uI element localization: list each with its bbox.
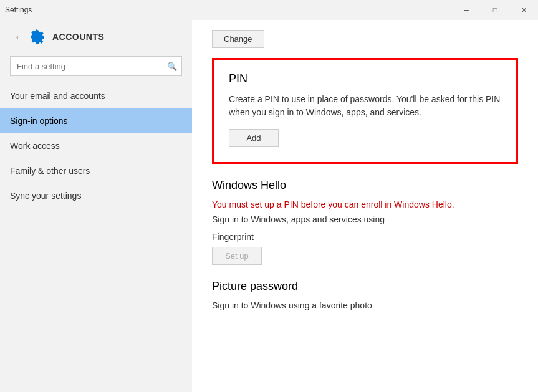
change-button[interactable]: Change [212,30,264,48]
maximize-button[interactable]: □ [481,0,509,20]
sidebar-app-title: ACCOUNTS [52,32,104,42]
search-input[interactable] [10,56,182,76]
sidebar-item-signin[interactable]: Sign-in options [0,108,192,133]
title-bar-controls: ─ □ ✕ [452,0,538,20]
sidebar-item-family[interactable]: Family & other users [0,158,192,183]
setup-button[interactable]: Set up [212,247,262,265]
sidebar-item-work[interactable]: Work access [0,133,192,158]
windows-hello-title: Windows Hello [212,179,518,192]
main-content: Change PIN Create a PIN to use in place … [192,20,538,392]
windows-hello-description: Sign in to Windows, apps and services us… [212,214,518,224]
gear-icon [29,28,46,45]
pin-add-button[interactable]: Add [229,129,279,147]
windows-hello-warning: You must set up a PIN before you can enr… [212,199,518,209]
picture-password-section: Picture password Sign in to Windows usin… [212,280,518,310]
fingerprint-label: Fingerprint [212,232,518,242]
sidebar-item-sync[interactable]: Sync your settings [0,183,192,208]
picture-password-description: Sign in to Windows using a favorite phot… [212,300,518,310]
title-bar: Settings ─ □ ✕ [0,0,538,20]
search-bar: 🔍 [0,56,192,76]
change-button-area: Change [212,30,518,58]
app-body: ← ACCOUNTS 🔍 Your email and accounts Sig… [0,20,538,392]
sidebar-header: ← ACCOUNTS [0,20,192,56]
windows-hello-section: Windows Hello You must set up a PIN befo… [212,179,518,265]
content-inner: Change PIN Create a PIN to use in place … [192,20,538,345]
pin-section-title: PIN [229,72,501,85]
search-wrapper: 🔍 [10,56,182,76]
pin-section: PIN Create a PIN to use in place of pass… [212,58,518,164]
minimize-button[interactable]: ─ [452,0,481,20]
title-bar-title: Settings [5,6,32,14]
sidebar: ← ACCOUNTS 🔍 Your email and accounts Sig… [0,20,192,392]
picture-password-title: Picture password [212,280,518,293]
back-button[interactable]: ← [10,27,29,46]
title-bar-left: Settings [5,6,32,14]
close-button[interactable]: ✕ [509,0,538,20]
pin-section-description: Create a PIN to use in place of password… [229,93,501,119]
sidebar-item-email[interactable]: Your email and accounts [0,84,192,108]
